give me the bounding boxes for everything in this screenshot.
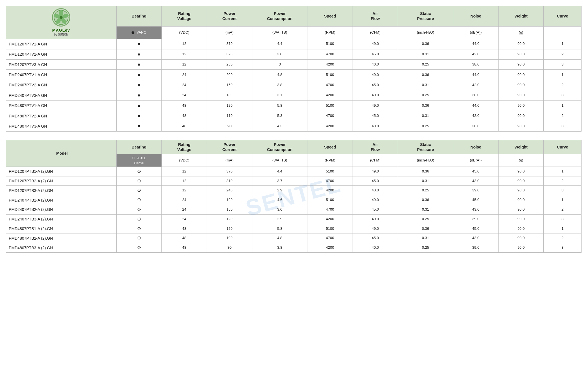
cell-voltage: 12 (162, 186, 207, 195)
section-2ball: Model Bearing RatingVoltage PowerCurrent… (6, 140, 582, 253)
cell-noise: 39.0 (453, 186, 498, 195)
cell-curve: 1 (544, 195, 582, 205)
cell-bearing: ● (116, 90, 161, 100)
cell-noise: 44.0 (453, 100, 498, 111)
table-row: PMD4807PTB1-A (2).GN ⊙ 48 120 5.8 5100 4… (6, 224, 582, 233)
cell-noise: 42.0 (453, 111, 498, 121)
cell-voltage: 24 (162, 205, 207, 215)
cell-voltage: 48 (162, 121, 207, 131)
cell-weight: 90.0 (499, 59, 544, 69)
cell-curve: 3 (544, 186, 582, 195)
cell-model: PMD1207PTB2-A (2).GN (6, 176, 117, 186)
cell-noise: 43.0 (453, 176, 498, 186)
cell-weight: 90.0 (499, 205, 544, 215)
cell-voltage: 24 (162, 195, 207, 205)
cell-model: PMD4807PTV2-A GN (6, 111, 117, 121)
2ball-label: 2BALLSleeve (134, 156, 146, 165)
table-row: PMD4807PTB2-A (2).GN ⊙ 48 100 4.8 4700 4… (6, 233, 582, 243)
cell-current: 200 (207, 70, 252, 80)
cell-airflow: 45.0 (353, 80, 398, 90)
header-noise-2: Noise (453, 140, 498, 154)
cell-model: PMD4807PTB2-A (2).GN (6, 233, 117, 243)
cell-weight: 90.0 (499, 121, 544, 131)
cell-power: 2.9 (252, 186, 307, 195)
table-row: PMD1207PTV1-A GN ● 12 370 4.4 5100 49.0 … (6, 39, 582, 49)
table-row: PMD1207PTB2-A (2).GN ⊙ 12 310 3.7 4700 4… (6, 176, 582, 186)
unit-speed-2: (RPM) (307, 154, 353, 167)
vapo-label: VAPO (137, 30, 147, 34)
brand-sub: by SUNON (54, 33, 68, 36)
cell-voltage: 24 (162, 80, 207, 90)
cell-bearing: ● (116, 49, 161, 59)
cell-pressure: 0.25 (398, 243, 453, 253)
cell-curve: 1 (544, 167, 582, 176)
header-speed-2: Speed (307, 140, 353, 154)
cell-pressure: 0.36 (398, 70, 453, 80)
cell-pressure: 0.31 (398, 205, 453, 215)
fan-icon (53, 10, 69, 25)
cell-speed: 4200 (307, 121, 353, 131)
cell-speed: 5100 (307, 70, 353, 80)
cell-speed: 4700 (307, 176, 353, 186)
cell-speed: 4700 (307, 80, 353, 90)
cell-airflow: 49.0 (353, 70, 398, 80)
cell-speed: 5100 (307, 195, 353, 205)
cell-weight: 90.0 (499, 70, 544, 80)
unit-power-1: (WATTS) (252, 26, 307, 39)
cell-weight: 90.0 (499, 224, 544, 233)
cell-bearing: ⊙ (116, 243, 161, 253)
cell-speed: 4200 (307, 214, 353, 224)
cell-voltage: 12 (162, 59, 207, 69)
cell-current: 240 (207, 186, 252, 195)
cell-pressure: 0.31 (398, 176, 453, 186)
header-power-2: PowerConsumption (252, 140, 307, 154)
unit-bearing-1: VAPO (116, 26, 161, 39)
cell-weight: 90.0 (499, 111, 544, 121)
cell-curve: 1 (544, 224, 582, 233)
cell-pressure: 0.36 (398, 195, 453, 205)
cell-current: 320 (207, 49, 252, 59)
cell-curve: 3 (544, 90, 582, 100)
cell-power: 3.6 (252, 205, 307, 215)
cell-bearing: ● (116, 111, 161, 121)
cell-model: PMD2407PTV3-A GN (6, 90, 117, 100)
unit-voltage-2: (VDC) (162, 154, 207, 167)
cell-bearing: ⊙ (116, 224, 161, 233)
cell-model: PMD1207PTV3-A GN (6, 59, 117, 69)
header-weight-2: Weight (499, 140, 544, 154)
cell-airflow: 45.0 (353, 205, 398, 215)
cell-model: PMD4807PTB1-A (2).GN (6, 224, 117, 233)
table-row: PMD2407PTV2-A GN ● 24 160 3.8 4700 45.0 … (6, 80, 582, 90)
cell-voltage: 48 (162, 111, 207, 121)
table-row: PMD1207PTB3-A (2).GN ⊙ 12 240 2.9 4200 4… (6, 186, 582, 195)
model-header-cell: Model (6, 140, 117, 167)
cell-noise: 39.0 (453, 214, 498, 224)
cell-current: 250 (207, 59, 252, 69)
cell-bearing: ⊙ (116, 186, 161, 195)
cell-pressure: 0.31 (398, 233, 453, 243)
svg-point-2 (59, 10, 63, 16)
cell-noise: 45.0 (453, 224, 498, 233)
cell-voltage: 12 (162, 49, 207, 59)
cell-power: 4.6 (252, 195, 307, 205)
cell-voltage: 12 (162, 167, 207, 176)
unit-speed-1: (RPM) (307, 26, 353, 39)
cell-weight: 90.0 (499, 39, 544, 49)
cell-power: 3 (252, 59, 307, 69)
cell-pressure: 0.36 (398, 100, 453, 111)
cell-noise: 38.0 (453, 121, 498, 131)
unit-current-2: (mA) (207, 154, 252, 167)
cell-curve: 2 (544, 205, 582, 215)
cell-noise: 43.0 (453, 233, 498, 243)
unit-voltage-1: (VDC) (162, 26, 207, 39)
cell-curve: 2 (544, 111, 582, 121)
cell-curve: 3 (544, 121, 582, 131)
cell-pressure: 0.36 (398, 224, 453, 233)
cell-curve: 1 (544, 70, 582, 80)
cell-pressure: 0.36 (398, 39, 453, 49)
cell-airflow: 40.0 (353, 59, 398, 69)
cell-noise: 42.0 (453, 80, 498, 90)
header-current-1: PowerCurrent (207, 6, 252, 27)
cell-weight: 90.0 (499, 49, 544, 59)
cell-pressure: 0.25 (398, 186, 453, 195)
